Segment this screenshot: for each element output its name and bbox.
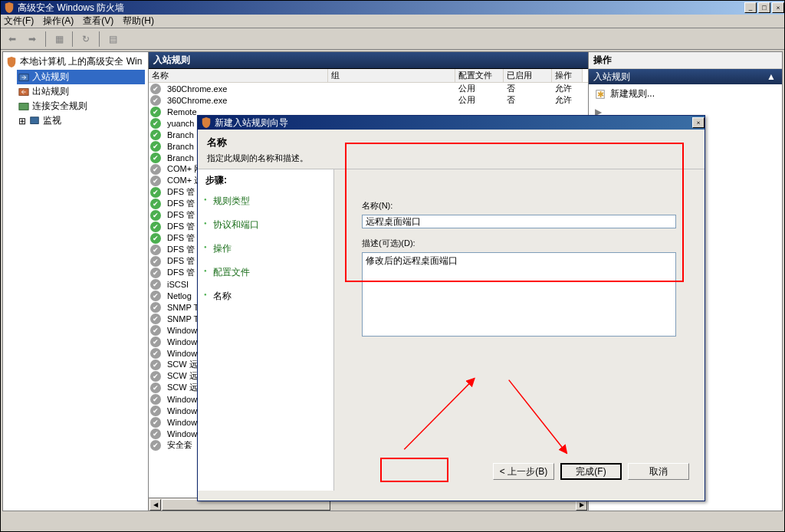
separator (72, 31, 73, 47)
forward-button[interactable]: ➡ (24, 31, 41, 48)
status-icon: ✔ (150, 291, 161, 301)
wizard-body: 步骤: 规则类型 协议和端口 操作 配置文件 名称 名称(N): 描述(可选)(… (198, 169, 705, 491)
action-new-rule[interactable]: ✱ 新建规则... (589, 84, 782, 103)
tree-label: 监视 (43, 114, 61, 127)
svg-rect-2 (19, 103, 28, 110)
status-icon: ✔ (150, 325, 161, 336)
wizard-heading: 名称 (207, 136, 695, 149)
outbound-icon (18, 87, 29, 97)
status-icon: ✔ (150, 256, 161, 267)
tree-root[interactable]: 本地计算机 上的高级安全 Win (6, 55, 145, 68)
col-profile[interactable]: 配置文件 (455, 69, 504, 82)
wizard-buttons: < 上一步(B) 完成(F) 取消 (493, 463, 689, 480)
status-icon: ✔ (150, 107, 161, 117)
refresh-button[interactable]: ↻ (77, 31, 94, 48)
menu-view[interactable]: 查看(V) (83, 15, 113, 28)
separator (45, 31, 46, 47)
monitor-icon (29, 116, 40, 126)
toolbar: ⬅ ➡ ▦ ↻ ▤ (1, 28, 784, 50)
tree-monitor[interactable]: ⊞ 监视 (17, 113, 145, 128)
status-icon: ✔ (150, 84, 161, 94)
status-icon: ✔ (150, 406, 161, 416)
cell-profile: 公用 (455, 94, 504, 106)
tree-inbound[interactable]: 入站规则 (17, 70, 145, 84)
status-icon: ✔ (150, 118, 161, 129)
status-icon: ✔ (150, 268, 161, 278)
status-icon: ✔ (150, 314, 161, 324)
cell-profile: 公用 (455, 83, 504, 94)
list-columns: 名称 组 配置文件 已启用 操作 (149, 69, 588, 83)
step-protocol-port[interactable]: 协议和端口 (205, 218, 326, 232)
toolbar-button[interactable]: ▤ (104, 31, 121, 48)
toolbar-button[interactable]: ▦ (51, 31, 67, 48)
expand-icon[interactable]: ⊞ (18, 116, 26, 126)
form-pane: 名称(N): 描述(可选)(D): < 上一步(B) 完成(F) 取消 (334, 169, 705, 491)
cell-enabled: 否 (504, 94, 552, 106)
svg-text:✱: ✱ (597, 89, 604, 98)
wizard-icon (201, 117, 212, 128)
wizard-subheading: 指定此规则的名称和描述。 (207, 153, 695, 164)
menu-file[interactable]: 文件(F) (4, 15, 34, 28)
status-icon: ✔ (150, 222, 161, 232)
status-icon: ✔ (150, 176, 161, 186)
tree-label: 入站规则 (32, 71, 69, 84)
wizard-close-button[interactable]: × (692, 117, 705, 128)
status-icon: ✔ (150, 245, 161, 255)
tree-connsec[interactable]: 连接安全规则 (17, 99, 145, 113)
status-icon: ✔ (150, 417, 161, 428)
desc-label: 描述(可选)(D): (362, 238, 677, 249)
scroll-left-icon[interactable]: ◀ (149, 499, 161, 511)
status-icon: ✔ (150, 279, 161, 290)
tree-children: 入站规则 出站规则 连接安全规则 ⊞ 监视 (17, 70, 145, 128)
action-label: 新建规则... (610, 87, 655, 100)
new-rule-icon: ✱ (595, 89, 606, 100)
window-title: 高级安全 Windows 防火墙 (18, 2, 124, 15)
table-row[interactable]: ✔360Chrome.exe公用否允许 (149, 94, 588, 106)
cell-name: 360Chrome.exe (164, 84, 328, 94)
svg-rect-3 (31, 117, 39, 123)
status-icon: ✔ (150, 187, 161, 198)
tree-root-label: 本地计算机 上的高级安全 Win (20, 55, 142, 68)
step-name[interactable]: 名称 (205, 290, 326, 303)
cell-enabled: 否 (504, 83, 552, 94)
status-icon: ✔ (150, 302, 161, 313)
cancel-button[interactable]: 取消 (628, 463, 689, 480)
step-profile[interactable]: 配置文件 (205, 266, 326, 279)
back-button[interactable]: ⬅ (4, 31, 21, 48)
name-input[interactable] (362, 215, 676, 228)
menubar: 文件(F) 操作(A) 查看(V) 帮助(H) (1, 15, 784, 28)
status-icon: ✔ (150, 348, 161, 359)
status-icon: ✔ (150, 153, 161, 163)
steps-label: 步骤: (205, 174, 326, 187)
main-titlebar: 高级安全 Windows 防火墙 _ □ × (1, 1, 784, 15)
col-action[interactable]: 操作 (552, 69, 583, 82)
menu-action[interactable]: 操作(A) (43, 15, 74, 28)
col-enabled[interactable]: 已启用 (504, 69, 552, 82)
status-icon: ✔ (150, 429, 161, 439)
actions-title: 操作 (589, 52, 782, 69)
back-button[interactable]: < 上一步(B) (493, 463, 554, 480)
cell-name: 360Chrome.exe (164, 96, 328, 105)
table-row[interactable]: ✔360Chrome.exe公用否允许 (149, 83, 588, 94)
app-icon (4, 2, 15, 13)
collapse-icon[interactable]: ▲ (767, 71, 782, 82)
close-button[interactable]: × (772, 2, 784, 13)
status-icon: ✔ (150, 233, 161, 244)
col-group[interactable]: 组 (328, 69, 455, 82)
finish-button[interactable]: 完成(F) (560, 463, 622, 480)
minimize-button[interactable]: _ (744, 2, 757, 13)
col-name[interactable]: 名称 (149, 69, 328, 82)
cell-action: 允许 (552, 94, 583, 106)
desc-textarea[interactable] (362, 252, 676, 337)
step-action[interactable]: 操作 (205, 242, 326, 255)
status-icon: ✔ (150, 130, 161, 140)
step-rule-type[interactable]: 规则类型 (205, 195, 326, 208)
maximize-button[interactable]: □ (758, 2, 770, 13)
tree-label: 出站规则 (32, 85, 69, 98)
tree-pane: 本地计算机 上的高级安全 Win 入站规则 出站规则 连接安全规则 ⊞ (3, 52, 149, 511)
name-label: 名称(N): (362, 200, 677, 212)
menu-help[interactable]: 帮助(H) (123, 15, 154, 28)
status-icon: ✔ (150, 371, 161, 382)
status-icon: ✔ (150, 440, 161, 451)
tree-outbound[interactable]: 出站规则 (17, 84, 145, 99)
